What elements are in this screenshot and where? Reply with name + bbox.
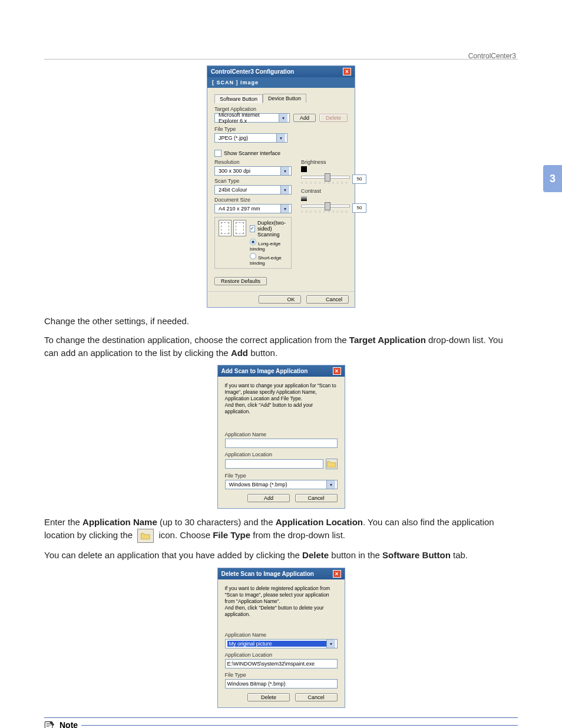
close-icon[interactable]: × — [343, 68, 351, 75]
lbl-doc-size: Document Size — [214, 197, 292, 203]
doc-size-value: A4 210 x 297 mm — [217, 206, 280, 212]
config-title: ControlCenter3 Configuration — [211, 68, 294, 75]
add-dialog-title: Add Scan to Image Application — [222, 368, 308, 374]
long-edge-radio[interactable] — [250, 239, 256, 245]
paragraph-4: You can delete an application that you h… — [44, 549, 518, 562]
lbl-brightness: Brightness — [301, 159, 366, 165]
add-confirm-button[interactable]: Add — [247, 494, 290, 502]
chevron-down-icon: ▾ — [279, 114, 287, 122]
contrast-preview — [301, 195, 307, 201]
close-icon[interactable]: × — [333, 570, 341, 578]
target-app-value: Microsoft Internet Explorer 6.x — [217, 112, 279, 124]
lbl-contrast: Contrast — [301, 188, 366, 194]
lbl-file-type: File Type — [214, 126, 348, 132]
paragraph-3: Enter the Application Name (up to 30 cha… — [44, 516, 518, 543]
resolution-select[interactable]: 300 x 300 dpi ▾ — [214, 166, 292, 176]
page-icon — [233, 220, 246, 236]
add-app-dialog: Add Scan to Image Application × If you w… — [217, 365, 345, 509]
lbl-del-app-name: Application Name — [225, 632, 338, 638]
scan-type-value: 24bit Colour — [217, 187, 280, 193]
note-title: Note — [59, 720, 78, 728]
show-scanner-interface-checkbox[interactable] — [214, 150, 222, 157]
chevron-down-icon: ▾ — [280, 205, 289, 213]
delete-button[interactable]: Delete — [319, 114, 348, 122]
paragraph-2: To change the destination application, c… — [44, 334, 518, 360]
file-type-select[interactable]: JPEG (*.jpg) ▾ — [214, 133, 287, 143]
chevron-down-icon: ▾ — [280, 186, 289, 194]
lbl-add-file-type: File Type — [225, 473, 338, 479]
lbl-target-application: Target Application — [214, 106, 348, 112]
config-dialog: ControlCenter3 Configuration × [ SCAN ] … — [207, 65, 355, 308]
duplex-checkbox[interactable]: ✓ — [250, 225, 255, 232]
app-location-input[interactable] — [225, 459, 323, 469]
chevron-down-icon: ▾ — [326, 640, 335, 648]
del-app-location-field: E:\WINDOWS\system32\mspaint.exe — [225, 659, 338, 668]
browse-folder-icon — [137, 529, 154, 543]
delete-dialog-title: Delete Scan to Image Application — [222, 571, 314, 577]
add-button[interactable]: Add — [293, 114, 316, 122]
delete-confirm-button[interactable]: Delete — [247, 693, 290, 701]
tab-device-button[interactable]: Device Button — [263, 94, 306, 103]
lbl-app-name: Application Name — [225, 431, 338, 437]
delete-dialog-instruction: If you want to delete registered applica… — [225, 585, 338, 618]
browse-folder-icon[interactable] — [326, 459, 338, 469]
lbl-app-location: Application Location — [225, 452, 338, 457]
cancel-button[interactable]: Cancel — [306, 295, 349, 304]
del-app-name-select[interactable]: My original picture ▾ — [225, 639, 338, 648]
brightness-preview — [301, 166, 307, 172]
config-tabs: Software Button Device Button — [214, 94, 348, 103]
target-application-select[interactable]: Microsoft Internet Explorer 6.x ▾ — [214, 113, 290, 123]
doc-size-select[interactable]: A4 210 x 297 mm ▾ — [214, 204, 292, 213]
chevron-down-icon: ▾ — [276, 134, 285, 142]
delete-dialog-titlebar: Delete Scan to Image Application × — [218, 568, 345, 579]
brightness-value[interactable]: 50 — [352, 174, 366, 184]
lbl-show-interface: Show Scanner Interface — [224, 150, 280, 156]
delete-cancel-button[interactable]: Cancel — [295, 693, 338, 701]
lbl-resolution: Resolution — [214, 159, 292, 165]
contrast-value[interactable]: 50 — [352, 203, 366, 213]
del-app-name-value: My original picture — [227, 641, 326, 647]
lbl-del-app-location: Application Location — [225, 652, 338, 658]
add-cancel-button[interactable]: Cancel — [295, 494, 338, 502]
lbl-del-file-type: File Type — [225, 672, 338, 678]
add-file-type-select[interactable]: Windows Bitmap (*.bmp) ▾ — [225, 480, 338, 489]
app-name-input[interactable] — [225, 439, 338, 448]
delete-app-dialog: Delete Scan to Image Application × If yo… — [217, 568, 345, 708]
del-file-type-value: Windows Bitmap (*.bmp) — [227, 681, 286, 687]
header-product: ControlCenter3 — [468, 52, 516, 60]
chevron-down-icon: ▾ — [280, 167, 289, 175]
resolution-value: 300 x 300 dpi — [217, 168, 280, 174]
add-dialog-titlebar: Add Scan to Image Application × — [218, 365, 345, 377]
tab-software-button[interactable]: Software Button — [214, 94, 263, 103]
contrast-slider[interactable] — [301, 205, 350, 207]
scan-type-select[interactable]: 24bit Colour ▾ — [214, 185, 292, 195]
lbl-duplex: Duplex(two-sided) Scanning — [257, 220, 287, 238]
short-edge-radio[interactable] — [250, 253, 256, 259]
note-rule — [81, 725, 518, 726]
add-file-type-value: Windows Bitmap (*.bmp) — [227, 482, 326, 487]
page-icon — [219, 220, 232, 236]
del-app-location-value: E:\WINDOWS\system32\mspaint.exe — [227, 661, 315, 667]
paragraph-1: Change the other settings, if needed. — [44, 315, 518, 328]
header-rule — [44, 59, 518, 60]
brightness-slider[interactable] — [301, 176, 350, 179]
file-type-value: JPEG (*.jpg) — [217, 135, 276, 141]
config-titlebar: ControlCenter3 Configuration × — [207, 66, 355, 77]
note-pencil-icon — [44, 720, 56, 728]
chapter-tab: 3 — [543, 165, 562, 192]
chevron-down-icon: ▾ — [326, 480, 335, 489]
config-subbar: [ SCAN ] Image — [207, 77, 355, 88]
close-icon[interactable]: × — [333, 367, 341, 375]
restore-defaults-button[interactable]: Restore Defaults — [214, 277, 267, 285]
note-box: Note This function is also available for… — [44, 717, 518, 728]
del-file-type-field: Windows Bitmap (*.bmp) — [225, 679, 338, 689]
duplex-group: ✓Duplex(two-sided) Scanning Long-edge bi… — [214, 217, 292, 269]
add-dialog-instruction: If you want to change your application f… — [225, 383, 338, 415]
lbl-scan-type: Scan Type — [214, 178, 292, 184]
ok-button[interactable]: OK — [259, 295, 301, 304]
